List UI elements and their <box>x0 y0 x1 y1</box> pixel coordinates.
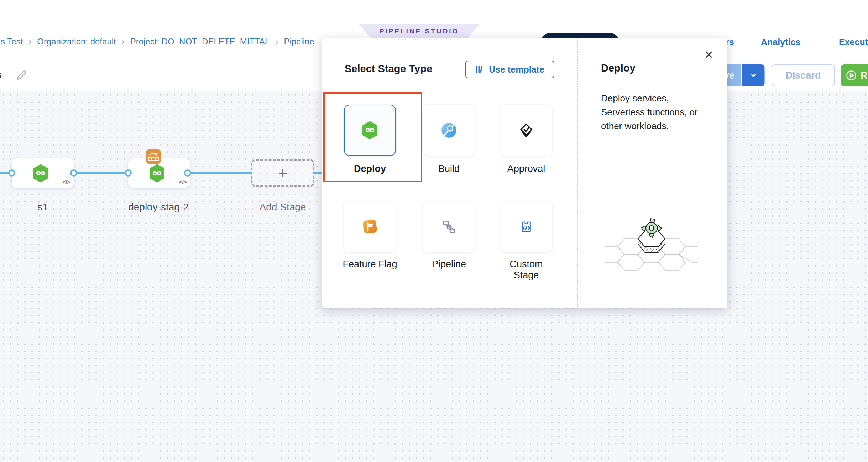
cd-hexagon-icon <box>31 163 50 183</box>
build-ci-icon <box>440 121 458 139</box>
modal-title: Select Stage Type <box>345 63 432 75</box>
discard-button-label: Discard <box>785 70 821 81</box>
tab-execution-history-label: Execution History <box>839 37 868 47</box>
discard-button[interactable]: Discard <box>772 64 835 86</box>
stage-type-card-custom[interactable] <box>500 201 552 252</box>
tab-analytics-label: Analytics <box>761 37 800 47</box>
stage-type-label-approval: Approval <box>497 163 556 174</box>
deploy-cd-icon <box>361 120 379 140</box>
pipeline-studio-banner: PIPELINE STUDIO <box>359 24 480 38</box>
use-template-button[interactable]: Use template <box>465 61 554 78</box>
stage-label-s1: s1 <box>12 201 74 213</box>
edge-s1-to-deploy-stag-2 <box>74 172 129 174</box>
breadcrumb-separator: › <box>275 37 278 47</box>
add-stage-label: Add Stage <box>251 201 314 213</box>
breadcrumb: s Test › Organization: default › Project… <box>1 25 314 58</box>
add-stage-button[interactable]: + <box>251 159 314 187</box>
code-icon[interactable]: </> <box>179 179 187 186</box>
custom-stage-icon <box>517 218 535 236</box>
plus-icon: + <box>278 165 288 181</box>
stage-type-label-build: Build <box>419 163 479 174</box>
approval-icon <box>517 121 535 139</box>
breadcrumb-item-test[interactable]: s Test <box>1 37 23 47</box>
run-button-label: Run <box>861 70 868 81</box>
breadcrumb-item-pipeline[interactable]: Pipeline <box>284 37 314 47</box>
tab-analytics[interactable]: Analytics <box>761 33 800 51</box>
select-stage-type-modal: Select Stage Type Use template × <box>322 38 727 308</box>
stage-type-card-build[interactable] <box>423 105 475 156</box>
stage-type-card-deploy[interactable] <box>344 105 396 156</box>
breadcrumb-separator: › <box>28 37 31 47</box>
stage-type-card-feature-flag[interactable] <box>344 201 396 252</box>
port-s1-in[interactable] <box>8 169 15 177</box>
use-template-label: Use template <box>489 64 544 75</box>
port-deploy-stag-2-in[interactable] <box>125 169 132 177</box>
run-button[interactable]: Run <box>841 64 868 86</box>
chevron-down-icon <box>751 74 756 77</box>
edit-pipeline-name-button[interactable] <box>15 68 28 82</box>
stage-label-deploy-stag-2: deploy-stag-2 <box>121 201 196 213</box>
cd-hexagon-icon <box>148 163 166 183</box>
rolling-deployment-badge <box>146 149 161 164</box>
breadcrumb-item-project[interactable]: Project: DO_NOT_DELETE_MITTAL <box>130 37 270 47</box>
modal-divider <box>577 38 578 308</box>
stage-type-label-custom: Custom Stage <box>497 259 556 281</box>
breadcrumb-separator: › <box>122 37 125 47</box>
port-s1-out[interactable] <box>70 169 77 177</box>
feature-flag-icon <box>361 217 379 236</box>
template-library-icon <box>475 65 485 74</box>
top-header-bar <box>0 0 868 24</box>
close-icon[interactable]: × <box>700 46 717 63</box>
edge-deploy-stag-2-to-add <box>188 172 252 174</box>
code-icon[interactable]: </> <box>62 179 70 186</box>
stage-type-label-pipeline: Pipeline <box>419 259 479 270</box>
run-play-icon <box>846 70 857 81</box>
port-deploy-stag-2-out[interactable] <box>184 169 191 177</box>
stage-detail-title: Deploy <box>601 62 636 74</box>
save-menu-caret[interactable] <box>742 64 764 86</box>
tab-execution-history[interactable]: Execution History <box>839 33 868 51</box>
pipeline-name-fragment: s <box>0 68 2 81</box>
pencil-icon <box>15 68 28 82</box>
pipeline-stage-icon <box>440 218 458 236</box>
stage-type-label-deploy: Deploy <box>340 163 399 174</box>
stage-type-card-approval[interactable] <box>500 105 552 156</box>
rolling-deployment-icon <box>147 151 160 162</box>
stage-detail-description: Deploy services, Serverless functions, o… <box>601 91 701 133</box>
breadcrumb-item-organization[interactable]: Organization: default <box>37 37 116 47</box>
stage-type-label-feature-flag: Feature Flag <box>340 259 399 270</box>
pipeline-studio-banner-label: PIPELINE STUDIO <box>380 27 459 35</box>
deploy-illustration <box>605 212 698 274</box>
stage-node-s1[interactable]: </> <box>12 158 74 188</box>
stage-type-card-pipeline[interactable] <box>423 201 475 252</box>
